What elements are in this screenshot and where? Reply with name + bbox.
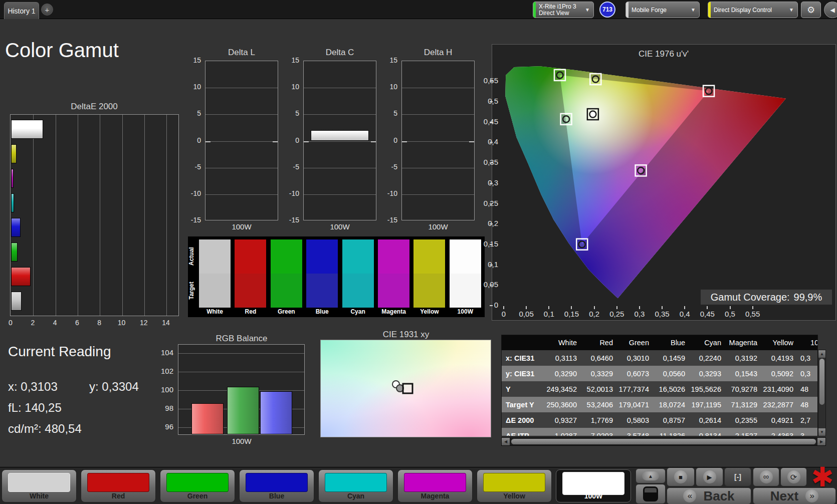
axis-tick [548, 306, 549, 309]
gridline [402, 88, 474, 88]
column-header-green: Green [618, 339, 654, 347]
refresh-button[interactable]: ⟳ [780, 467, 807, 486]
axis-tick-label: 0,4 [466, 137, 498, 146]
table-cell: 0,3329 [582, 370, 618, 378]
axis-tick-label: 0,45 [466, 117, 498, 126]
axis-tick [639, 306, 640, 309]
pattern-button-100w[interactable]: 100W [556, 469, 631, 502]
scroll-up-button[interactable]: ▲ [818, 350, 825, 358]
pattern-button-green[interactable]: Green [160, 469, 235, 502]
pattern-button-white[interactable]: White [2, 469, 77, 502]
table-cell: 70,9278 [726, 385, 762, 393]
table-cell: 0,8134 [690, 432, 726, 437]
row-label: Target Y [502, 401, 546, 409]
table-cell: 197,1195 [690, 401, 726, 409]
current-reading-fl: fL: 140,25 [8, 401, 62, 415]
cie-marker-dot [592, 76, 599, 83]
delta-h-chart [401, 61, 475, 220]
pattern-label: Blue [240, 492, 314, 500]
collapse-panel-button[interactable]: ◀ [824, 2, 837, 18]
axis-tick [490, 305, 493, 306]
play-icon: ▶ [703, 470, 716, 483]
axis-tick-label: 100 [151, 385, 173, 394]
page-title: Color Gamut [5, 39, 119, 62]
pattern-window-toggle-button[interactable] [636, 484, 666, 504]
axis-tick [616, 306, 617, 309]
play-button[interactable]: ▶ [696, 467, 723, 486]
add-tab-button[interactable]: + [41, 4, 53, 16]
source-dropdown[interactable]: Mobile Forge ▼ [625, 2, 700, 18]
table-cell: 0,1543 [726, 370, 762, 378]
gridline [205, 194, 278, 195]
column-header-100w: 100W [798, 339, 818, 347]
table-cell: 0,2355 [726, 416, 762, 424]
axis-tick [752, 306, 753, 309]
pattern-button-cyan[interactable]: Cyan [318, 469, 393, 502]
table-cell: 1,0287 [546, 432, 582, 437]
column-header-yellow: Yellow [762, 339, 798, 347]
table-row: ΔE ITP1,02877,02033,574811,18260,81342,1… [502, 428, 818, 436]
tab-history-1[interactable]: History 1 [4, 2, 39, 19]
continuous-measure-button[interactable]: ∞ [753, 467, 779, 486]
back-button[interactable]: « Back [667, 487, 751, 504]
stop-button[interactable]: ■ [667, 467, 695, 486]
gridline [402, 194, 474, 195]
delta-h-title: Delta H [424, 48, 453, 58]
scroll-left-button[interactable]: ◀ [502, 438, 510, 445]
axis-tick-label: 0,5 [725, 310, 735, 318]
rgb-balance-title: RGB Balance [216, 334, 268, 344]
axis-tick [490, 244, 493, 245]
pattern-button-yellow[interactable]: Yellow [477, 469, 552, 502]
table-cell: 0,6460 [582, 354, 618, 362]
table-cell: 0,8757 [654, 416, 690, 424]
table-cell: 0,3010 [618, 354, 654, 362]
swatch-target [271, 274, 302, 308]
swatch-target [306, 274, 338, 308]
pattern-window-up-button[interactable]: ▲ [636, 468, 666, 483]
meter-dropdown[interactable]: X-Rite i1Pro 3 Direct View ▼ [533, 2, 594, 18]
swatch-target [235, 274, 266, 308]
axis-tick-label: 0,2 [589, 310, 599, 318]
table-vertical-scrollbar[interactable]: ▲ ▼ [818, 350, 826, 436]
swatch-100w [450, 239, 481, 308]
refresh-icon: ⟳ [787, 470, 800, 483]
display-control-dropdown[interactable]: Direct Display Control ▼ [708, 2, 798, 18]
display-control-label: Direct Display Control [714, 7, 772, 14]
delta-l-chart [205, 61, 278, 220]
table-cell: 0,2240 [690, 354, 726, 362]
gridline [402, 114, 474, 115]
current-reading-y: y: 0,3304 [89, 380, 139, 394]
next-button[interactable]: Next » [753, 487, 836, 504]
row-label: x: CIE31 [502, 354, 546, 362]
table-horizontal-scrollbar[interactable]: ◀ ▶ [501, 437, 826, 446]
scrollbar-thumb[interactable] [511, 439, 816, 444]
delta-l-xlabel: 100W [232, 222, 251, 231]
settings-button[interactable]: ⚙ [801, 2, 821, 18]
single-measure-button[interactable]: [-] [724, 467, 751, 486]
cie-marker-dot [579, 241, 585, 247]
axis-tick-label: -5 [183, 163, 201, 171]
scrollbar-thumb[interactable] [819, 359, 824, 405]
scroll-down-button[interactable]: ▼ [818, 428, 825, 436]
zero-tick [402, 141, 407, 142]
axis-tick [526, 306, 527, 309]
delta-c-chart [303, 61, 376, 220]
pattern-window-icon [643, 486, 658, 501]
pattern-button-magenta[interactable]: Magenta [397, 469, 473, 502]
chevron-down-icon: ▼ [691, 7, 696, 13]
cie-marker-dot [589, 111, 596, 118]
source-label: Mobile Forge [632, 7, 667, 14]
table-cell: 179,0471 [618, 401, 654, 409]
axis-tick [662, 306, 663, 309]
gamut-coverage-readout: Gamut Coverage:99,9% [701, 290, 832, 305]
swatch-actual [271, 239, 302, 274]
pattern-button-red[interactable]: Red [81, 469, 156, 502]
current-reading-title: Current Reading [8, 344, 111, 360]
table-cell: 0,3 [798, 354, 818, 362]
zero-tick [304, 141, 309, 142]
table-cell: 0,3 [798, 370, 818, 378]
pattern-button-blue[interactable]: Blue [239, 469, 314, 502]
scroll-right-button[interactable]: ▶ [817, 438, 825, 445]
swatch-actual [413, 239, 445, 274]
pattern-swatch [8, 473, 70, 492]
